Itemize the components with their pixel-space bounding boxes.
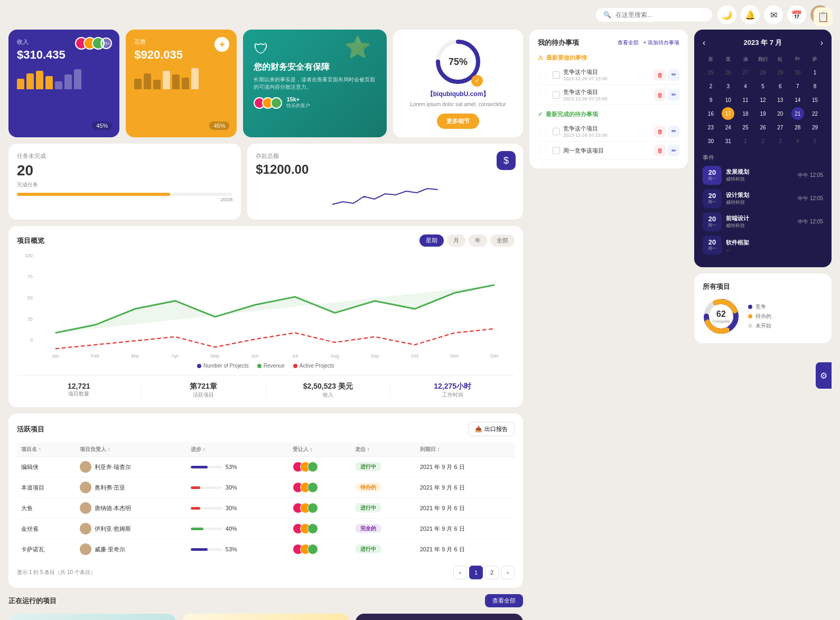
cal-day-4[interactable]: 29 — [774, 66, 787, 79]
cal-day-12[interactable]: 7 — [791, 80, 804, 92]
cal-day-2[interactable]: 27 — [739, 66, 752, 79]
x-apr: Apr — [155, 353, 195, 359]
todo-delete-1[interactable]: 🗑 — [654, 69, 666, 81]
check-icon: ✓ — [538, 111, 543, 118]
todo-checkbox-3[interactable] — [553, 128, 560, 135]
cal-day-23[interactable]: 18 — [739, 107, 752, 120]
cal-day-6[interactable]: 1 — [809, 66, 822, 79]
tab-week[interactable]: 星期 — [419, 234, 444, 247]
todo-checkbox-2[interactable] — [553, 91, 560, 99]
cal-day-19[interactable]: 14 — [791, 93, 804, 106]
cal-day-40[interactable]: 4 — [791, 135, 804, 147]
cal-day-22[interactable]: 17 — [722, 107, 734, 120]
cal-day-39[interactable]: 3 — [774, 135, 787, 147]
cal-day-24[interactable]: 19 — [757, 107, 769, 120]
cal-day-15[interactable]: 10 — [722, 93, 734, 106]
prev-page-button[interactable]: ‹ — [453, 566, 467, 579]
drag-icon[interactable]: ⋮⋮ — [538, 72, 548, 78]
todo-item-1: ⋮⋮ 竞争这个项目 2023-12-26 07:15:00 🗑 ✏ — [538, 65, 679, 85]
cal-day-9[interactable]: 4 — [739, 80, 752, 92]
promo-card: ⭐ 🛡 您的财务安全有保障 长期以来的事实是，读者在查看页面布局时会被页面的可读… — [243, 30, 387, 137]
cal-day-1[interactable]: 26 — [722, 66, 734, 79]
cal-day-25[interactable]: 20 — [774, 107, 787, 120]
settings-gear-button[interactable]: ⚙ — [816, 362, 832, 389]
cal-event-name-2: 前端设计 — [726, 214, 794, 222]
cal-day-20[interactable]: 15 — [809, 93, 822, 106]
av3-1 — [307, 482, 318, 493]
col-name[interactable]: 项目名 ↑ — [17, 443, 76, 457]
todo-view-all-link[interactable]: 查看全部 — [618, 39, 639, 46]
todo-text-4: 周一竞争该项目 — [563, 147, 651, 155]
cal-day-28[interactable]: 23 — [704, 121, 717, 134]
page-1-button[interactable]: 1 — [469, 566, 483, 579]
todo-edit-4[interactable]: ✏ — [668, 145, 679, 156]
cal-next-button[interactable]: › — [820, 38, 823, 48]
tab-month[interactable]: 月 — [447, 234, 465, 247]
cal-day-14[interactable]: 9 — [704, 93, 717, 106]
todo-edit-1[interactable]: ✏ — [668, 69, 679, 81]
cal-day-8[interactable]: 3 — [722, 80, 734, 92]
drag-icon-3[interactable]: ⋮⋮ — [538, 128, 548, 134]
next-page-button[interactable]: › — [501, 566, 515, 579]
cal-day-0[interactable]: 25 — [704, 66, 717, 79]
cal-day-30[interactable]: 25 — [739, 121, 752, 134]
cal-day-16[interactable]: 11 — [739, 93, 752, 106]
legend-pending: 待办的 — [748, 313, 771, 320]
cal-day-17[interactable]: 12 — [757, 93, 769, 106]
cal-day-31[interactable]: 26 — [757, 121, 769, 134]
col-owner[interactable]: 项目负责人 ↕ — [76, 443, 186, 457]
todo-add-link[interactable]: + 添加待办事项 — [643, 39, 679, 46]
x-jan: Jan — [35, 353, 76, 359]
page-2-button[interactable]: 2 — [485, 566, 499, 579]
col-progress[interactable]: 进步 ↕ — [186, 443, 288, 457]
view-all-running-button[interactable]: 查看全部 — [485, 594, 523, 607]
mail-icon[interactable]: ✉ — [764, 5, 783, 24]
cal-day-38[interactable]: 2 — [757, 135, 769, 147]
tab-all[interactable]: 全部 — [490, 234, 515, 247]
cal-day-18[interactable]: 13 — [774, 93, 787, 106]
search-input[interactable] — [615, 11, 705, 18]
cal-day-32[interactable]: 27 — [774, 121, 787, 134]
todo-checkbox-1[interactable] — [553, 71, 560, 79]
todo-edit-3[interactable]: ✏ — [668, 126, 679, 137]
cal-day-29[interactable]: 24 — [722, 121, 734, 134]
y-label-75: 75 — [17, 274, 33, 279]
cal-day-37[interactable]: 1 — [739, 135, 752, 147]
cal-day-21[interactable]: 16 — [704, 107, 717, 120]
cal-day-26[interactable]: 21 — [791, 107, 804, 120]
export-report-button[interactable]: 📤 出口报告 — [468, 422, 515, 436]
circle-detail-button[interactable]: 更多细节 — [437, 114, 479, 129]
cal-event-date-1: 20 周一 — [703, 189, 722, 208]
cal-day-10[interactable]: 5 — [757, 80, 769, 92]
col-assignee[interactable]: 受让人 ↕ — [288, 443, 351, 457]
cal-day-33[interactable]: 28 — [791, 121, 804, 134]
todo-delete-4[interactable]: 🗑 — [654, 145, 666, 156]
cal-day-11[interactable]: 6 — [774, 80, 787, 92]
cal-day-13[interactable]: 8 — [809, 80, 822, 92]
drag-icon-2[interactable]: ⋮⋮ — [538, 92, 548, 98]
todo-checkbox-4[interactable] — [553, 147, 560, 154]
cal-day-5[interactable]: 30 — [791, 66, 804, 79]
cal-day-3[interactable]: 28 — [757, 66, 769, 79]
col-due[interactable]: 到期日 ↕ — [416, 443, 515, 457]
todo-edit-2[interactable]: ✏ — [668, 89, 679, 101]
cal-day-34[interactable]: 29 — [809, 121, 822, 134]
moon-icon[interactable]: 🌙 — [717, 5, 736, 24]
cal-day-27[interactable]: 22 — [809, 107, 822, 120]
cell-due-4: 2021 年 9 月 6 日 — [416, 539, 515, 560]
col-position[interactable]: 龙位 ↕ — [351, 443, 415, 457]
todo-delete-2[interactable]: 🗑 — [654, 89, 666, 101]
calendar-icon[interactable]: 📅 — [787, 5, 806, 24]
cal-prev-button[interactable]: ‹ — [703, 38, 705, 48]
cal-day-36[interactable]: 31 — [722, 135, 734, 147]
todo-delete-3[interactable]: 🗑 — [654, 126, 666, 137]
search-box[interactable]: 🔍 — [596, 8, 712, 22]
cal-day-41[interactable]: 5 — [809, 135, 822, 147]
cal-day-7[interactable]: 2 — [704, 80, 717, 92]
drag-icon-4[interactable]: ⋮⋮ — [538, 148, 548, 154]
bell-icon[interactable]: 🔔 — [741, 5, 760, 24]
project-cards: 🎨 设计策划 21+ 团队 — [8, 614, 523, 620]
tab-year[interactable]: 年 — [469, 234, 487, 247]
cal-day-35[interactable]: 30 — [704, 135, 717, 147]
todo-actions-1: 🗑 ✏ — [654, 69, 679, 81]
